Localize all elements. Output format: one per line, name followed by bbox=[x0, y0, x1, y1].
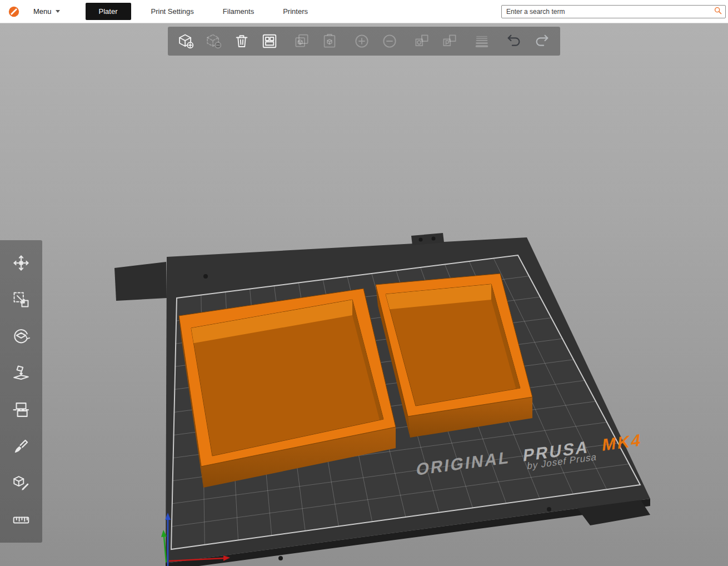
split-to-objects-button[interactable] bbox=[412, 32, 431, 51]
viewport-3d[interactable]: ORIGINAL PRUSA MK4 by Josef Prusa bbox=[0, 23, 728, 566]
search-box bbox=[501, 5, 726, 18]
toolbar-group bbox=[505, 32, 551, 51]
split-to-objects-icon bbox=[413, 33, 430, 49]
gizmo-toolbar bbox=[0, 240, 42, 543]
main-tabs: PlaterPrint SettingsFilamentsPrinters bbox=[86, 0, 317, 23]
cut-icon bbox=[12, 400, 31, 419]
move-button[interactable] bbox=[9, 251, 33, 275]
toolbar-group bbox=[472, 32, 491, 51]
seam-button[interactable] bbox=[9, 471, 33, 495]
copy-icon bbox=[293, 33, 310, 49]
add-icon bbox=[178, 33, 195, 49]
arrange-button[interactable] bbox=[260, 32, 279, 51]
delete-icon bbox=[206, 33, 222, 49]
delete-all-icon bbox=[233, 33, 250, 49]
arrange-icon bbox=[261, 33, 278, 49]
variable-layer-height-button[interactable] bbox=[472, 32, 491, 51]
cut-button[interactable] bbox=[9, 398, 33, 421]
search-icon[interactable] bbox=[714, 6, 722, 17]
object-toolbar bbox=[168, 27, 560, 56]
redo-icon bbox=[533, 33, 550, 49]
tab-filaments[interactable]: Filaments bbox=[214, 3, 263, 19]
menu-button[interactable]: Menu bbox=[29, 4, 64, 19]
delete-all-button[interactable] bbox=[232, 32, 251, 51]
measure-button[interactable] bbox=[9, 508, 33, 532]
top-menu-bar: Menu PlaterPrint SettingsFilamentsPrinte… bbox=[0, 0, 728, 23]
remove-instance-button[interactable] bbox=[380, 32, 399, 51]
scale-icon bbox=[12, 290, 31, 309]
undo-icon bbox=[506, 33, 522, 49]
paint-supports-button[interactable] bbox=[9, 435, 33, 458]
toolbar-group bbox=[292, 32, 339, 51]
seam-icon bbox=[12, 474, 31, 493]
measure-icon bbox=[12, 510, 31, 529]
chevron-down-icon bbox=[56, 10, 60, 13]
split-to-parts-icon bbox=[441, 33, 458, 49]
add-instance-icon bbox=[353, 33, 370, 49]
tab-plater[interactable]: Plater bbox=[86, 3, 131, 20]
paste-button[interactable] bbox=[320, 32, 339, 51]
remove-instance-icon bbox=[381, 33, 398, 49]
delete-button[interactable] bbox=[205, 32, 223, 51]
menu-label: Menu bbox=[33, 7, 52, 16]
move-icon bbox=[12, 254, 31, 272]
undo-button[interactable] bbox=[505, 32, 523, 51]
copy-button[interactable] bbox=[292, 32, 311, 51]
tab-print-settings[interactable]: Print Settings bbox=[142, 3, 203, 19]
prusaslicer-logo-icon bbox=[8, 6, 20, 18]
paint-supports-icon bbox=[12, 437, 31, 456]
toolbar-group bbox=[352, 32, 399, 51]
split-to-parts-button[interactable] bbox=[440, 32, 459, 51]
tab-printers[interactable]: Printers bbox=[274, 3, 317, 19]
rotate-icon bbox=[12, 327, 31, 346]
place-on-face-button[interactable] bbox=[9, 361, 33, 385]
add-instance-button[interactable] bbox=[352, 32, 371, 51]
add-button[interactable] bbox=[177, 32, 196, 51]
scene-3d: ORIGINAL PRUSA MK4 by Josef Prusa bbox=[0, 23, 728, 566]
place-on-face-icon bbox=[12, 364, 31, 383]
search-input[interactable] bbox=[502, 8, 714, 16]
variable-layer-height-icon bbox=[473, 33, 490, 49]
redo-button[interactable] bbox=[532, 32, 551, 51]
rotate-button[interactable] bbox=[9, 325, 33, 348]
toolbar-group bbox=[412, 32, 459, 51]
toolbar-group bbox=[177, 32, 279, 51]
scale-button[interactable] bbox=[9, 288, 33, 311]
paste-icon bbox=[321, 33, 338, 49]
